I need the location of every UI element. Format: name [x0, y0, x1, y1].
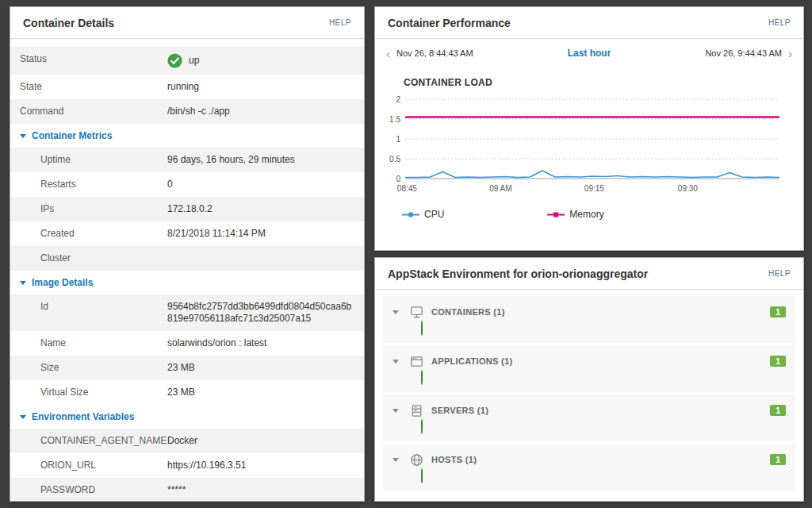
- svg-text:0: 0: [396, 175, 400, 183]
- section-title: Environment Variables: [32, 411, 134, 422]
- appstack-category-label: APPLICATIONS (1): [431, 356, 770, 366]
- time-range-start: Nov 26, 8:44:43 AM: [396, 48, 473, 58]
- container-performance-header: Container Performance HELP: [375, 7, 803, 39]
- prev-period-icon[interactable]: ‹: [385, 48, 392, 60]
- detail-value: running: [167, 81, 354, 93]
- svg-text:09 AM: 09 AM: [489, 184, 511, 193]
- detail-value: /bin/sh -c ./app: [167, 106, 354, 117]
- container-load-chart: 00.511.5208:4509 AM09:1509:30: [383, 90, 787, 207]
- detail-label: Command: [20, 106, 167, 117]
- containers-icon: [409, 305, 424, 320]
- appstack-help-link[interactable]: HELP: [768, 269, 791, 278]
- detail-label: Size: [20, 362, 167, 374]
- status-node[interactable]: [421, 370, 423, 385]
- detail-row: Command/bin/sh -c ./app: [10, 99, 364, 124]
- container-details-help-link[interactable]: HELP: [329, 18, 351, 27]
- collapse-icon[interactable]: [393, 458, 399, 462]
- svg-text:09:30: 09:30: [678, 184, 698, 193]
- detail-row: Statusup: [10, 47, 364, 75]
- status-text: up: [189, 55, 199, 67]
- appstack-row: SERVERS (1)1: [383, 394, 795, 441]
- detail-row: Restarts0: [10, 172, 364, 197]
- section-header[interactable]: Environment Variables: [10, 405, 364, 429]
- detail-label: IPs: [20, 203, 167, 215]
- collapse-icon[interactable]: [393, 310, 399, 314]
- detail-row: CONTAINER_AGENT_NAMEDocker: [10, 429, 364, 453]
- container-performance-panel: Container Performance HELP ‹ Nov 26, 8:4…: [374, 6, 804, 251]
- collapse-icon[interactable]: [393, 409, 399, 413]
- detail-label: ORION_URL: [20, 460, 167, 471]
- status-node[interactable]: [421, 419, 423, 434]
- detail-row: Namesolarwinds/orion : latest: [10, 331, 364, 356]
- svg-text:1: 1: [396, 135, 400, 144]
- section-collapse-icon: [20, 281, 26, 285]
- detail-value: https://10.196.3.51: [167, 460, 354, 471]
- appstack-category-label: CONTAINERS (1): [431, 307, 770, 317]
- detail-label: Cluster: [20, 252, 167, 264]
- svg-text:1.5: 1.5: [389, 115, 400, 124]
- legend-label-cpu: CPU: [424, 209, 444, 220]
- cpu-series-marker-icon: [402, 211, 419, 218]
- container-details-rows: StatusupStaterunningCommand/bin/sh -c ./…: [10, 39, 364, 502]
- detail-row: Virtual Size23 MB: [10, 380, 364, 405]
- memory-series-marker-icon: [547, 211, 565, 218]
- container-performance-help-link[interactable]: HELP: [768, 18, 791, 27]
- time-range-selector[interactable]: Last hour: [568, 48, 611, 59]
- appstack-row: APPLICATIONS (1)1: [383, 345, 795, 392]
- detail-row: IPs172.18.0.2: [10, 197, 364, 221]
- chart-legend: CPU Memory: [375, 207, 803, 220]
- servers-icon: [409, 403, 424, 418]
- time-range-bar: ‹ Nov 26, 8:44:43 AM Last hour Nov 26, 9…: [375, 39, 803, 67]
- appstack-category-label: HOSTS (1): [431, 455, 770, 464]
- detail-value: Docker: [167, 435, 354, 447]
- detail-label: PASSWORD: [20, 484, 167, 496]
- detail-row: Uptime96 days, 16 hours, 29 minutes: [10, 148, 364, 172]
- detail-label: Virtual Size: [20, 387, 167, 398]
- section-title: Container Metrics: [32, 130, 112, 141]
- count-badge: 1: [770, 356, 786, 367]
- legend-item-memory[interactable]: Memory: [547, 209, 603, 220]
- detail-value: 23 MB: [167, 362, 354, 374]
- status-node[interactable]: [421, 321, 423, 336]
- detail-value: solarwinds/orion : latest: [167, 337, 354, 349]
- container-performance-title: Container Performance: [388, 17, 511, 29]
- legend-label-memory: Memory: [569, 209, 603, 220]
- detail-label: Uptime: [20, 154, 167, 166]
- time-range-end: Nov 26, 9:44:43 AM: [705, 48, 782, 58]
- svg-text:09:15: 09:15: [584, 184, 604, 193]
- chart-title: CONTAINER LOAD: [375, 67, 803, 90]
- container-details-header: Container Details HELP: [10, 7, 364, 39]
- svg-text:08:45: 08:45: [397, 184, 417, 193]
- collapse-icon[interactable]: [393, 360, 399, 364]
- appstack-row: HOSTS (1)1: [383, 444, 795, 491]
- appstack-panel: AppStack Environment for orion-orionaggr…: [374, 257, 804, 502]
- appstack-row-header: HOSTS (1)1: [393, 450, 786, 469]
- section-collapse-icon: [20, 134, 26, 138]
- container-details-title: Container Details: [23, 17, 114, 29]
- check-circle-icon: [167, 53, 182, 68]
- detail-value: 172.18.0.2: [167, 203, 354, 215]
- status-node[interactable]: [421, 468, 423, 483]
- next-period-icon[interactable]: ›: [787, 48, 794, 60]
- count-badge: 1: [770, 306, 786, 318]
- detail-value: 9564b8fc2757dd3bb6499dfd0804d50caa6b819e…: [167, 301, 354, 325]
- detail-row: Staterunning: [10, 75, 364, 99]
- detail-row: ORION_URLhttps://10.196.3.51: [10, 453, 364, 478]
- detail-label: Name: [20, 337, 167, 349]
- section-header[interactable]: Image Details: [10, 271, 364, 294]
- appstack-row-header: APPLICATIONS (1)1: [393, 352, 786, 371]
- hosts-icon: [409, 452, 424, 468]
- detail-label: CONTAINER_AGENT_NAME: [20, 435, 167, 447]
- legend-item-cpu[interactable]: CPU: [402, 209, 444, 220]
- svg-text:0.5: 0.5: [389, 155, 400, 164]
- detail-value: 23 MB: [167, 387, 354, 398]
- count-badge: 1: [770, 405, 786, 416]
- detail-label: Status: [20, 53, 167, 65]
- section-title: Image Details: [32, 277, 93, 288]
- detail-label: State: [20, 81, 167, 93]
- detail-row: Cluster: [10, 246, 364, 271]
- section-header[interactable]: Container Metrics: [10, 124, 364, 148]
- detail-value: 8/21/2018 11:14:14 PM: [167, 228, 354, 240]
- appstack-header: AppStack Environment for orion-orionaggr…: [375, 258, 803, 290]
- appstack-row: CONTAINERS (1)1: [383, 296, 795, 343]
